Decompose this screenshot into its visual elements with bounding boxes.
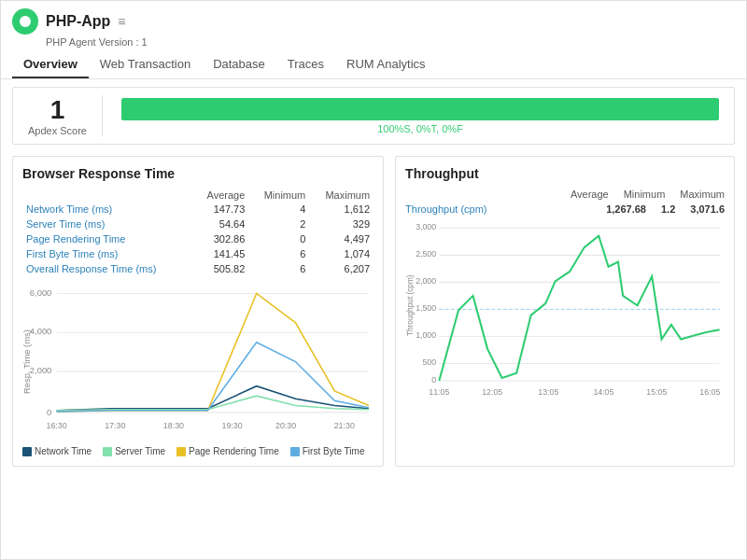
- svg-text:Throughput (cpm): Throughput (cpm): [406, 274, 415, 336]
- svg-text:500: 500: [423, 357, 437, 367]
- apdex-number: 1: [50, 95, 65, 125]
- tp-cpm-label: Throughput (cpm): [405, 203, 486, 215]
- legend-label-network: Network Time: [35, 446, 92, 456]
- svg-text:2,500: 2,500: [416, 249, 436, 259]
- svg-text:1,500: 1,500: [416, 303, 436, 313]
- apdex-bar-label: 100%S, 0%T, 0%F: [121, 123, 719, 134]
- svg-text:19:30: 19:30: [222, 421, 243, 430]
- browser-stats-table: Average Minimum Maximum Network Time (ms…: [22, 189, 374, 276]
- legend-label-server: Server Time: [115, 446, 165, 456]
- apdex-section: 1 Apdex Score 100%S, 0%T, 0%F: [12, 87, 735, 145]
- app-icon: [12, 8, 38, 35]
- apdex-score-section: 1 Apdex Score: [28, 95, 103, 136]
- overall-min: 6: [248, 261, 309, 276]
- browser-response-title: Browser Response Time: [22, 166, 374, 181]
- server-avg: 54.64: [192, 217, 248, 231]
- svg-text:16:30: 16:30: [46, 421, 66, 430]
- table-row: Network Time (ms) 147.73 4 1,612: [22, 202, 374, 217]
- tp-avg-val: 1,267.68: [606, 203, 646, 215]
- col-maximum: Maximum: [309, 189, 374, 202]
- svg-text:16:05: 16:05: [699, 387, 720, 397]
- legend-label-firstbyte: First Byte Time: [303, 446, 365, 456]
- metric-page-rendering: Page Rendering Time: [22, 231, 192, 246]
- metric-network-time: Network Time (ms): [22, 202, 192, 217]
- table-row: Server Time (ms) 54.64 2 329: [22, 217, 374, 231]
- table-row: First Byte Time (ms) 141.45 6 1,074: [22, 246, 374, 261]
- app-name: PHP-App: [46, 13, 110, 30]
- apdex-label: Apdex Score: [28, 125, 87, 136]
- legend-label-rendering: Page Rendering Time: [189, 446, 279, 456]
- legend-dot-rendering: [176, 447, 186, 456]
- app-version: PHP Agent Version : 1: [46, 36, 735, 48]
- overall-avg: 505.82: [192, 261, 248, 276]
- metric-overall: Overall Response Time (ms): [22, 261, 192, 276]
- svg-text:18:30: 18:30: [163, 421, 184, 430]
- svg-text:0: 0: [431, 375, 436, 385]
- svg-text:13:05: 13:05: [538, 387, 558, 397]
- col-metric: [22, 189, 192, 202]
- svg-text:2,000: 2,000: [416, 276, 436, 286]
- firstbyte-avg: 141.45: [192, 246, 248, 261]
- tp-avg-label: Average: [571, 189, 609, 200]
- table-row: Overall Response Time (ms) 505.82 6 6,20…: [22, 261, 374, 276]
- svg-text:Resp. Time (ms): Resp. Time (ms): [22, 329, 32, 394]
- metric-first-byte: First Byte Time (ms): [22, 246, 192, 261]
- apdex-bar: [121, 98, 719, 120]
- network-max: 1,612: [309, 202, 374, 217]
- svg-text:3,000: 3,000: [416, 222, 436, 231]
- tp-max-label: Maximum: [680, 189, 725, 200]
- charts-row: Browser Response Time Average Minimum Ma…: [12, 156, 735, 467]
- svg-text:17:30: 17:30: [105, 421, 125, 430]
- firstbyte-min: 6: [248, 246, 309, 261]
- table-row: Page Rendering Time 302.86 0 4,497: [22, 231, 374, 246]
- tab-overview[interactable]: Overview: [12, 51, 89, 78]
- rendering-avg: 302.86: [192, 231, 248, 246]
- legend-dot-server: [103, 447, 112, 456]
- svg-text:12:05: 12:05: [482, 387, 502, 397]
- tab-rum-analytics[interactable]: RUM Analytics: [335, 51, 437, 78]
- browser-response-panel: Browser Response Time Average Minimum Ma…: [12, 156, 384, 467]
- throughput-chart-svg: 3,000 2,500 2,000 1,500 1,000 500 0 Thro…: [405, 218, 725, 402]
- nav-tabs: Overview Web Transaction Database Traces…: [12, 51, 735, 78]
- throughput-panel: Throughput Average Minimum Maximum Throu…: [395, 156, 735, 467]
- svg-text:21:30: 21:30: [334, 421, 355, 430]
- rendering-min: 0: [248, 231, 309, 246]
- svg-text:0: 0: [47, 407, 51, 417]
- network-min: 4: [248, 202, 309, 217]
- svg-text:6,000: 6,000: [30, 287, 52, 298]
- svg-text:15:05: 15:05: [646, 387, 667, 397]
- network-avg: 147.73: [192, 202, 248, 217]
- tp-max-val: 3,071.6: [690, 203, 725, 215]
- server-min: 2: [248, 217, 309, 231]
- apdex-bar-section: 100%S, 0%T, 0%F: [114, 95, 719, 136]
- col-average: Average: [192, 189, 248, 202]
- browser-chart-svg: 6,000 4,000 2,000 0 Resp. Time (ms): [22, 284, 374, 440]
- legend-network-time: Network Time: [22, 446, 92, 456]
- throughput-title: Throughput: [405, 166, 725, 181]
- rendering-max: 4,497: [309, 231, 374, 246]
- legend-dot-firstbyte: [290, 447, 300, 456]
- svg-text:20:30: 20:30: [275, 421, 296, 430]
- menu-icon[interactable]: ≡: [118, 14, 125, 29]
- legend-server-time: Server Time: [103, 446, 165, 456]
- tp-min-val: 1.2: [661, 203, 675, 215]
- metric-server-time: Server Time (ms): [22, 217, 192, 231]
- tab-web-transaction[interactable]: Web Transaction: [89, 51, 202, 78]
- browser-chart-area: 6,000 4,000 2,000 0 Resp. Time (ms): [22, 284, 374, 442]
- svg-text:4,000: 4,000: [30, 326, 52, 336]
- firstbyte-max: 1,074: [309, 246, 374, 261]
- legend-page-rendering: Page Rendering Time: [176, 446, 279, 456]
- legend-first-byte: First Byte Time: [290, 446, 365, 456]
- svg-text:1,000: 1,000: [416, 330, 436, 340]
- server-max: 329: [309, 217, 374, 231]
- svg-text:14:05: 14:05: [593, 387, 613, 397]
- overall-max: 6,207: [309, 261, 374, 276]
- tab-traces[interactable]: Traces: [276, 51, 335, 78]
- throughput-chart-area: 3,000 2,500 2,000 1,500 1,000 500 0 Thro…: [405, 218, 725, 405]
- tab-database[interactable]: Database: [202, 51, 276, 78]
- tp-min-label: Minimum: [624, 189, 666, 200]
- browser-legend: Network Time Server Time Page Rendering …: [22, 446, 374, 456]
- svg-text:11:05: 11:05: [429, 387, 449, 397]
- svg-text:2,000: 2,000: [30, 365, 52, 375]
- legend-dot-network: [22, 447, 32, 456]
